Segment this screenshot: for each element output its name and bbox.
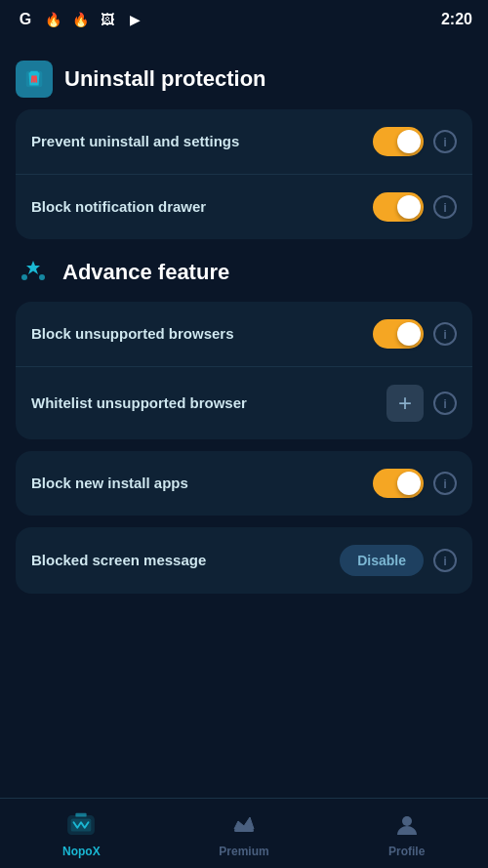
- nav-item-profile[interactable]: Profile: [325, 802, 488, 866]
- main-content: Uninstall protection Prevent uninstall a…: [0, 35, 488, 683]
- block-install-controls: i: [373, 469, 457, 498]
- nav-item-nopox[interactable]: NopoX: [0, 802, 163, 866]
- whitelist-browser-row: Whitelist unsupported browser + i: [16, 366, 472, 439]
- advance-section-title: Advance feature: [62, 260, 229, 285]
- block-browsers-toggle[interactable]: [373, 319, 424, 349]
- uninstall-icon: [16, 61, 53, 98]
- svg-point-11: [402, 816, 412, 826]
- block-browsers-controls: i: [373, 319, 457, 349]
- block-browsers-row: Block unsupported browsers i: [16, 302, 472, 366]
- uninstall-section-header: Uninstall protection: [16, 61, 472, 98]
- nav-label-profile: Profile: [388, 845, 425, 858]
- fire-icon-2: 🔥: [70, 10, 90, 29]
- uninstall-section-title: Uninstall protection: [64, 66, 266, 92]
- block-browsers-info[interactable]: i: [433, 322, 457, 346]
- advance-card-2: Block new install apps i: [16, 451, 472, 516]
- blocked-screen-row: Blocked screen message Disable i: [16, 527, 472, 594]
- profile-icon: [391, 809, 423, 841]
- google-icon: G: [16, 10, 35, 29]
- block-install-row: Block new install apps i: [16, 451, 472, 516]
- svg-rect-9: [76, 812, 87, 816]
- advance-card-1: Block unsupported browsers i Whitelist u…: [16, 302, 472, 439]
- nav-label-nopox: NopoX: [62, 845, 101, 858]
- prevent-uninstall-row: Prevent uninstall and settings i: [16, 109, 472, 174]
- play-icon: ▶: [125, 10, 144, 29]
- status-bar: G 🔥 🔥 🖼 ▶ 2:20: [0, 0, 488, 35]
- block-install-info[interactable]: i: [433, 472, 457, 495]
- image-icon: 🖼: [98, 10, 117, 29]
- svg-point-5: [21, 274, 27, 280]
- block-browsers-label: Block unsupported browsers: [31, 324, 265, 344]
- prevent-uninstall-label: Prevent uninstall and settings: [31, 132, 265, 151]
- blocked-screen-info[interactable]: i: [433, 549, 457, 572]
- disable-button[interactable]: Disable: [340, 545, 424, 576]
- block-notification-toggle[interactable]: [373, 192, 424, 222]
- block-notification-row: Block notification drawer i: [16, 174, 472, 239]
- block-install-label: Block new install apps: [31, 474, 265, 493]
- whitelist-browser-controls: + i: [386, 385, 457, 422]
- svg-point-6: [39, 274, 45, 280]
- svg-rect-8: [71, 818, 92, 831]
- status-bar-apps: G 🔥 🔥 🖼 ▶: [16, 10, 144, 29]
- whitelist-info[interactable]: i: [433, 392, 457, 415]
- svg-rect-4: [29, 72, 38, 74]
- nopox-icon: [65, 809, 97, 841]
- prevent-uninstall-toggle[interactable]: [373, 127, 424, 156]
- bottom-nav: NopoX Premium Profile: [0, 798, 488, 868]
- prevent-uninstall-controls: i: [373, 127, 457, 156]
- blocked-screen-label: Blocked screen message: [31, 551, 265, 570]
- uninstall-settings-card: Prevent uninstall and settings i Block n…: [16, 109, 472, 239]
- nav-item-premium[interactable]: Premium: [163, 802, 326, 866]
- advance-card-3: Blocked screen message Disable i: [16, 527, 472, 594]
- block-notification-label: Block notification drawer: [31, 197, 265, 217]
- block-notification-info[interactable]: i: [433, 195, 457, 219]
- clock: 2:20: [441, 11, 472, 28]
- block-notification-controls: i: [373, 192, 457, 222]
- fire-icon-1: 🔥: [43, 10, 62, 29]
- plus-icon: +: [398, 392, 412, 415]
- premium-icon: [228, 809, 260, 841]
- prevent-uninstall-info[interactable]: i: [433, 130, 457, 153]
- blocked-screen-controls: Disable i: [340, 545, 457, 576]
- whitelist-add-button[interactable]: +: [386, 385, 424, 422]
- nav-label-premium: Premium: [219, 845, 268, 858]
- svg-rect-10: [234, 829, 254, 832]
- whitelist-browser-label: Whitelist unsupported browser: [31, 393, 265, 413]
- advance-feature-icon: [16, 255, 51, 290]
- block-install-toggle[interactable]: [373, 469, 424, 498]
- advance-section-header: Advance feature: [16, 255, 472, 290]
